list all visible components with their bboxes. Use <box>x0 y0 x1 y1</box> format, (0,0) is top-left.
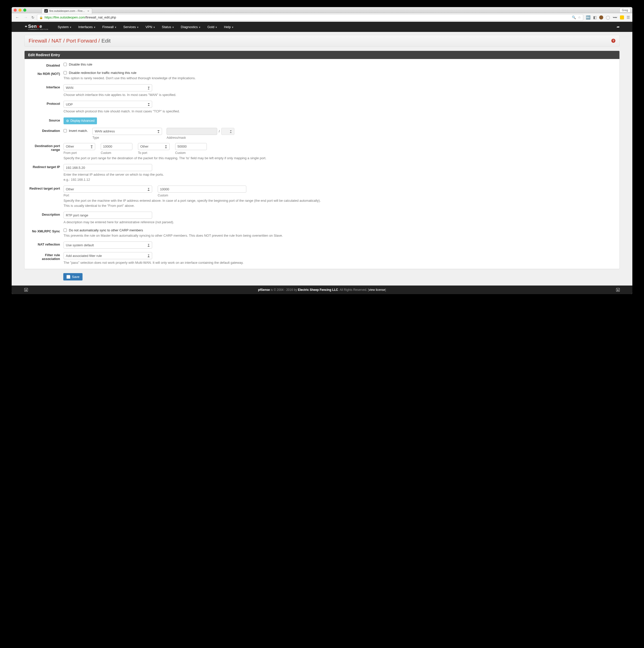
reload-button[interactable]: ↻ <box>32 15 35 19</box>
destination-mask-label: Address/mask <box>167 136 234 140</box>
protocol-select[interactable]: UDP <box>63 101 152 108</box>
nav-gold[interactable]: Gold▼ <box>204 22 220 32</box>
crumb-port-forward[interactable]: Port Forward <box>66 38 97 44</box>
destination-type-select[interactable]: WAN address <box>92 128 162 135</box>
url-host: ://fire.outsideopen.com <box>52 15 85 19</box>
nav-diagnostics[interactable]: Diagnostics▼ <box>178 22 204 32</box>
favicon-icon: pf <box>44 9 48 13</box>
logout-icon[interactable]: ➦ <box>616 25 620 29</box>
dport-help: Specify the port or port range for the d… <box>63 156 616 161</box>
label-protocol: Protocol <box>28 101 63 106</box>
target-port-select[interactable]: Other <box>63 185 152 193</box>
crumb-firewall[interactable]: Firewall <box>29 38 47 44</box>
save-button[interactable]: Save <box>63 273 83 280</box>
view-license-link[interactable]: view license <box>369 288 385 291</box>
protocol-help: Choose which protocol this rule should m… <box>63 109 616 114</box>
dport-from-select[interactable]: Other <box>63 143 95 150</box>
extension-icon[interactable]: 〰️ <box>612 15 618 20</box>
description-input[interactable] <box>63 212 152 219</box>
label-dport: Destination port range <box>28 143 63 152</box>
panel-title: Edit Redirect Entry <box>24 51 620 59</box>
address-bar[interactable]: 🔒 https://fire.outsideopen.com/firewall_… <box>37 14 583 21</box>
window-minimize-button[interactable] <box>18 9 21 12</box>
app-logo[interactable]: ⚭ Sense COMMUNITY EDITION <box>24 24 48 30</box>
browser-toolbar: ← → ↻ 🔒 https://fire.outsideopen.com/fir… <box>12 13 632 22</box>
nordr-checkbox[interactable] <box>63 71 67 74</box>
xmlrpc-checkbox[interactable] <box>63 228 67 232</box>
tab-title: fire.outsideopen.com - Fire... <box>49 9 85 12</box>
nav-vpn[interactable]: VPN▼ <box>143 22 158 32</box>
invert-match-checkbox[interactable] <box>63 129 67 132</box>
crumb-nat[interactable]: NAT <box>51 38 61 44</box>
logo-subtitle: COMMUNITY EDITION <box>28 29 48 30</box>
scroll-top-icon[interactable]: ▲ <box>24 288 28 291</box>
crumb-edit: Edit <box>102 38 111 44</box>
breadcrumb: Firewall / NAT / Port Forward / Edit ? <box>24 35 620 47</box>
label-filter-assoc: Filter rule association <box>28 252 63 261</box>
nav-interfaces[interactable]: Interfaces▼ <box>75 22 99 32</box>
target-port-custom-input[interactable] <box>158 185 246 193</box>
window-titlebar: pf fire.outsideopen.com - Fire... × Greg <box>12 7 632 13</box>
logo-icon: ⚭ <box>24 24 28 29</box>
label-xmlrpc: No XMLRPC Sync <box>28 228 63 233</box>
scroll-top-icon-right[interactable]: ▲ <box>616 288 620 291</box>
label-target-port: Redirect target port <box>28 185 63 191</box>
back-button[interactable]: ← <box>14 15 20 20</box>
destination-type-label: Type <box>92 136 162 140</box>
nav-status[interactable]: Status▼ <box>159 22 177 32</box>
cast-extension-icon[interactable]: ◧ <box>593 15 597 20</box>
extension-icon[interactable]: ◯ <box>606 15 610 20</box>
browser-tab[interactable]: pf fire.outsideopen.com - Fire... × <box>42 8 92 14</box>
dport-to-select[interactable]: Other <box>138 143 170 150</box>
extension-icon[interactable] <box>620 15 624 19</box>
label-destination: Destination <box>28 128 63 132</box>
extension-icon[interactable] <box>599 15 603 19</box>
nav-help[interactable]: Help▼ <box>221 22 237 32</box>
interface-select[interactable]: WAN <box>63 84 152 91</box>
interface-help: Choose which interface this rule applies… <box>63 92 616 98</box>
disabled-checkbox[interactable] <box>63 63 67 66</box>
label-nordr: No RDR (NOT) <box>28 71 63 76</box>
dport-to-custom-input[interactable] <box>175 143 207 150</box>
dport-from-custom-input[interactable] <box>101 143 132 150</box>
browser-profile-button[interactable]: Greg <box>620 8 630 12</box>
page-help-icon[interactable]: ? <box>611 39 615 43</box>
page-footer: ▲ pfSense is © 2004 - 2016 by Electric S… <box>12 285 632 294</box>
window-zoom-button[interactable] <box>23 9 26 12</box>
reflection-select[interactable]: Use system default <box>63 241 152 249</box>
label-target-ip: Redirect target IP <box>28 164 63 169</box>
menu-icon[interactable]: ☰ <box>627 15 630 20</box>
label-reflection: NAT reflection <box>28 241 63 246</box>
target-ip-input[interactable] <box>63 164 152 171</box>
label-source: Source <box>28 117 63 122</box>
url-scheme: https <box>45 15 52 19</box>
tab-close-icon[interactable]: × <box>87 9 89 13</box>
nordr-help: This option is rarely needed. Don't use … <box>63 76 616 81</box>
translate-extension-icon[interactable]: 🔤 <box>586 15 591 20</box>
label-description: Description <box>28 212 63 216</box>
label-interface: Interface <box>28 84 63 89</box>
nav-firewall[interactable]: Firewall▼ <box>99 22 120 32</box>
filter-assoc-select[interactable]: Add associated filter rule <box>63 252 152 259</box>
nav-services[interactable]: Services▼ <box>120 22 142 32</box>
label-disabled: Disabled <box>28 62 63 67</box>
edit-panel: Edit Redirect Entry Disabled Disable thi… <box>24 51 620 269</box>
destination-mask-select <box>221 128 234 135</box>
bookmark-icon[interactable]: ☆ <box>578 15 581 19</box>
url-path: /firewall_nat_edit.php <box>85 15 116 19</box>
window-close-button[interactable] <box>14 9 17 12</box>
forward-button[interactable]: → <box>23 15 29 20</box>
search-icon[interactable]: 🔍 <box>572 15 576 19</box>
destination-address-input <box>167 128 217 135</box>
app-navbar: ⚭ Sense COMMUNITY EDITION System▼ Interf… <box>12 22 632 32</box>
display-advanced-button[interactable]: Display Advanced <box>63 117 97 124</box>
nav-system[interactable]: System▼ <box>55 22 75 32</box>
lock-icon: 🔒 <box>39 16 43 19</box>
